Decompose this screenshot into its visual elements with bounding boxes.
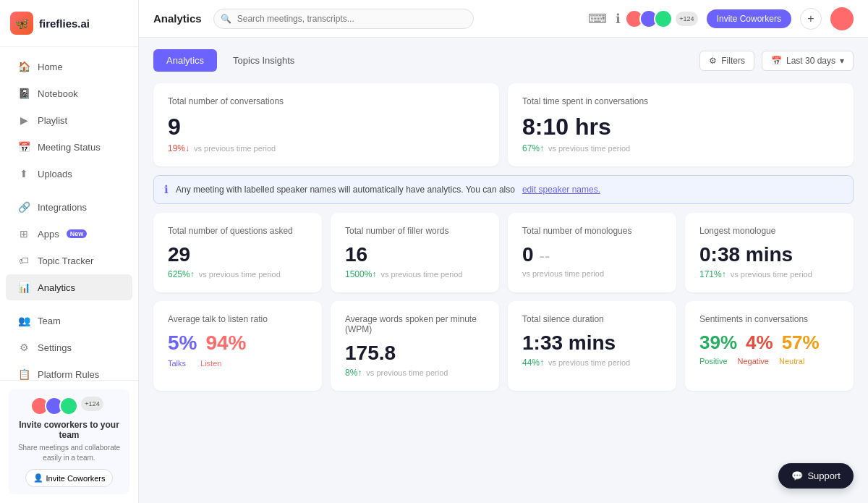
sidebar-item-meeting-status[interactable]: 📅 Meeting Status [6,134,132,160]
sidebar-invite-button[interactable]: 👤 Invite Coworkers [25,469,114,487]
monologues-dash: -- [540,247,550,266]
filler-words-vs: vs previous time period [380,270,462,279]
platform-rules-icon: 📋 [17,368,30,380]
team-icon: 👥 [17,314,30,327]
sidebar-label-analytics: Analytics [38,282,75,293]
topic-tracker-icon: 🏷 [17,254,30,267]
tab-analytics[interactable]: Analytics [153,49,217,72]
longest-mono-vs: vs previous time period [731,270,812,279]
invite-box-subtitle: Share meetings and collaborate easily in… [16,443,122,463]
sidebar-label-notebook: Notebook [38,88,78,99]
sidebar-item-analytics[interactable]: 📊 Analytics [6,274,132,300]
card-time-spent: Total time spent in conversations 8:10 h… [508,83,854,166]
monologues-vs: vs previous time period [522,269,604,278]
talk-listen-vals: 5% 94% [168,331,307,355]
filters-button[interactable]: ⚙ Filters [699,51,754,71]
sidebar-item-notebook[interactable]: 📓 Notebook [6,80,132,106]
sidebar-item-playlist[interactable]: ▶ Playlist [6,107,132,133]
talk-listen-labels: Talks Listen [168,359,307,368]
invite-box-title: Invite coworkers to your team [16,420,122,440]
home-icon: 🏠 [17,60,30,73]
card-wpm-title: Average words spoken per minute (WPM) [345,314,485,334]
card-longest-monologue: Longest monologue 0:38 mins 171%↑ vs pre… [685,213,854,292]
sidebar-item-platform-rules[interactable]: 📋 Platform Rules [6,361,132,380]
card-wpm-value: 175.8 [345,342,485,365]
avatar-3 [59,397,78,415]
logo-text: fireflies.ai [39,17,90,30]
sidebar-bottom: +124 Invite coworkers to your team Share… [0,380,138,503]
info-text: Any meeting with labelled speaker names … [176,185,515,195]
invite-avatars: +124 [16,397,122,415]
positive-label: Positive [699,357,728,365]
info-link[interactable]: edit speaker names. [522,185,600,195]
card-filler-words-title: Total number of filler words [345,226,485,236]
support-button[interactable]: 💬 Support [778,463,854,489]
sidebar-item-home[interactable]: 🏠 Home [6,54,132,80]
date-range-button[interactable]: 📅 Last 30 days ▾ [762,51,854,71]
silence-pct: 44%↑ [522,358,544,368]
user-avatar[interactable] [830,7,854,30]
sidebar-item-apps[interactable]: ⊞ Apps New [6,221,132,247]
card-conversations-sub: 19%↓ vs previous time period [168,143,485,153]
filler-words-pct: 1500%↑ [345,269,376,279]
info-icon[interactable]: ℹ [616,11,621,27]
card-talk-listen-title: Average talk to listen ratio [168,314,307,324]
card-time-spent-title: Total time spent in conversations [522,96,839,106]
sidebar-label-settings: Settings [38,342,72,353]
conversations-vs: vs previous time period [194,144,276,153]
listen-value: 94% [205,331,246,355]
sidebar-label-playlist: Playlist [38,115,67,126]
uploads-icon: ⬆ [17,167,30,180]
info-banner: ℹ Any meeting with labelled speaker name… [153,175,854,204]
sidebar-label-team: Team [38,316,61,326]
sidebar-label-integrations: Integrations [38,202,87,213]
talks-label: Talks [168,359,186,368]
card-monologues: Total number of monologues 0 -- vs previ… [508,213,676,292]
sidebar-item-uploads[interactable]: ⬆ Uploads [6,161,132,187]
search-input[interactable] [213,9,474,29]
conversations-pct: 19%↓ [168,143,190,153]
card-sentiments: Sentiments in conversations 39% 4% 57% P… [685,301,854,391]
sidebar-item-team[interactable]: 👥 Team [6,308,132,334]
card-conversations-title: Total number of conversations [168,96,485,106]
card-conversations-value: 9 [168,114,485,140]
card-questions-sub: 625%↑ vs previous time period [168,269,307,279]
topbar-avatar-count: +124 [676,12,697,26]
top-cards-row: Total number of conversations 9 19%↓ vs … [153,83,854,166]
neutral-label: Neutral [779,357,804,365]
sidebar-label-apps: Apps [38,229,59,240]
card-talk-listen: Average talk to listen ratio 5% 94% Talk… [153,301,322,391]
info-circle-icon: ℹ [164,183,169,196]
wpm-vs: vs previous time period [366,368,448,377]
tab-topics-insights[interactable]: Topics Insights [220,49,307,72]
card-silence-value: 1:33 mins [522,331,662,355]
card-time-spent-sub: 67%↑ vs previous time period [522,143,839,153]
longest-mono-pct: 171%↑ [699,269,726,279]
card-silence: Total silence duration 1:33 mins 44%↑ vs… [508,301,676,391]
card-silence-title: Total silence duration [522,314,662,324]
apps-badge: New [67,229,88,238]
topbar: Analytics 🔍 ⌨ ℹ +124 Invite Coworkers + [139,0,868,38]
sidebar-item-settings[interactable]: ⚙ Settings [6,334,132,360]
sidebar-label-topic-tracker: Topic Tracker [38,255,93,266]
sentiment-vals: 39% 4% 57% [699,331,839,354]
silence-vs: vs previous time period [548,358,630,367]
time-spent-pct: 67%↑ [522,143,544,153]
main-area: Analytics 🔍 ⌨ ℹ +124 Invite Coworkers + … [139,0,868,503]
sidebar-item-topic-tracker[interactable]: 🏷 Topic Tracker [6,248,132,274]
positive-value: 39% [699,331,737,354]
notebook-icon: 📓 [17,87,30,100]
add-button[interactable]: + [800,8,822,30]
apps-icon: ⊞ [17,227,30,240]
card-monologues-value: 0 [522,243,534,266]
card-monologues-sub: vs previous time period [522,269,662,278]
sidebar-invite-label: Invite Coworkers [46,474,106,483]
card-wpm-sub: 8%↑ vs previous time period [345,368,485,378]
logo: 🦋 fireflies.ai [0,0,138,47]
keyboard-shortcut-icon[interactable]: ⌨ [588,11,607,27]
topbar-title: Analytics [153,12,202,25]
sidebar-item-integrations[interactable]: 🔗 Integrations [6,194,132,220]
calendar-icon: 📅 [771,56,782,66]
sidebar: 🦋 fireflies.ai 🏠 Home 📓 Notebook ▶ Playl… [0,0,139,503]
invite-coworkers-button[interactable]: Invite Coworkers [707,9,791,28]
